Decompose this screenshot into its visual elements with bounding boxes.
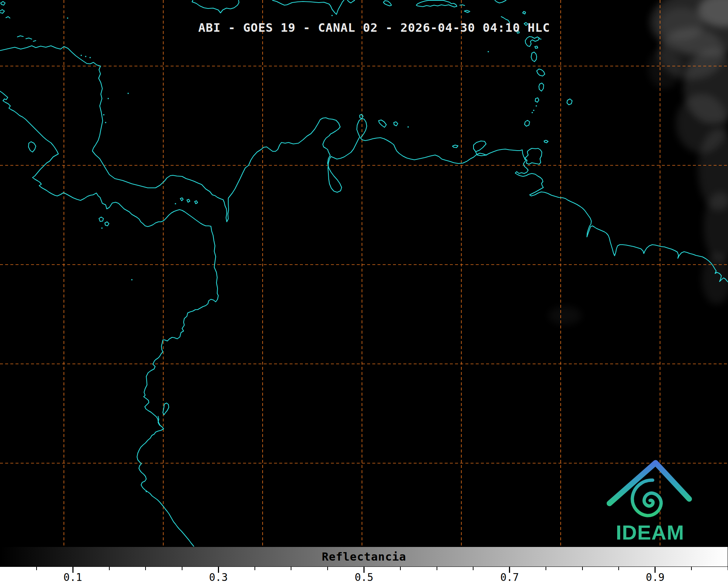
colorbar-tick-label: 0.3	[209, 571, 228, 582]
colorbar-minor-tick	[254, 567, 255, 570]
colorbar-minor-tick	[291, 567, 291, 570]
coastline-st-vincent	[535, 98, 539, 102]
coastline-pearl-islands-3	[195, 201, 198, 204]
coastline-top-left-islet-2	[0, 10, 4, 13]
coastline-st-croix	[464, 10, 470, 13]
colorbar-minor-tick	[582, 567, 583, 570]
colorbar-minor-tick	[473, 567, 474, 570]
coastline-bay-islands-3	[33, 41, 36, 41]
ideam-logo: IDEAM	[606, 459, 694, 544]
colorbar-minor-tick	[145, 567, 146, 570]
colorbar-tick-label: 0.9	[646, 571, 665, 582]
coastline-lake-nicaragua	[28, 142, 36, 152]
coastline-martinique	[537, 69, 545, 76]
coastline-hispaniola-south	[273, 0, 344, 14]
hurricane-spiral-icon	[632, 480, 661, 516]
colorbar: Reflectancia 0.10.30.50.70.9	[0, 547, 728, 582]
coastline-jamaica	[192, 0, 239, 13]
coastline-hispaniola-east-tip	[348, 0, 355, 3]
coastline-virgin-islands	[495, 0, 506, 3]
goes-satellite-viewer: ABI - GOES 19 - CANAL 02 - 2026-04-30 04…	[0, 0, 728, 582]
coastline-barbuda	[523, 11, 526, 14]
colorbar-minor-tick	[691, 567, 692, 570]
coastline-trinidad-ne-islet	[544, 140, 548, 143]
mountain-icon	[609, 463, 689, 503]
coastline-puerto-rico	[416, 0, 457, 7]
cloud-layer	[548, 0, 728, 325]
colorbar-minor-tick	[327, 567, 328, 570]
coastline-margarita	[474, 141, 486, 152]
colorbar-minor-tick	[618, 567, 619, 570]
coastline-pearl-islands-1	[180, 198, 183, 201]
coastline-grenada	[524, 120, 530, 126]
coastline-guayaquil-island	[163, 403, 169, 415]
coastline-bay-islands-2	[26, 38, 32, 39]
coastline-trinidad	[524, 148, 542, 164]
colorbar-tick-label: 0.7	[500, 571, 519, 582]
colorbar-minor-tick	[400, 567, 401, 570]
colorbar-minor-tick	[36, 567, 37, 570]
coastline-st-lucia	[539, 83, 544, 91]
coastline-guadeloupe	[525, 37, 539, 47]
coastline-top-left-islet-3	[6, 17, 10, 18]
colorbar-axis: 0.10.30.50.70.9	[0, 567, 728, 582]
colorbar-minor-tick	[182, 567, 182, 570]
coastline-mona-islet	[383, 1, 392, 6]
satellite-map: ABI - GOES 19 - CANAL 02 - 2026-04-30 04…	[0, 0, 728, 547]
coastline-top-left-islet-1	[1, 1, 5, 5]
coastline-la-tortuga	[452, 145, 458, 148]
colorbar-minor-tick	[546, 567, 546, 570]
colorbar-label: Reflectancia	[322, 550, 406, 563]
coastline-bay-islands-1	[17, 36, 23, 37]
coastline-desirade	[539, 39, 541, 39]
coastline-coiba-2	[105, 222, 109, 226]
coastline-pearl-islands-2	[187, 199, 190, 202]
coastline-marie-galante	[535, 46, 538, 48]
coastline-caribbean-mainland	[0, 46, 728, 282]
colorbar-tick-label: 0.5	[355, 571, 373, 582]
coastline-bonaire	[394, 122, 398, 126]
coastline-vieques	[460, 5, 465, 6]
logo-text: IDEAM	[616, 521, 684, 544]
coastline-curacao	[379, 120, 386, 127]
image-title: ABI - GOES 19 - CANAL 02 - 2026-04-30 04…	[198, 21, 550, 35]
colorbar-minor-tick	[109, 567, 110, 570]
colorbar-tick-label: 0.1	[64, 571, 82, 582]
colorbar-minor-tick	[437, 567, 437, 570]
coastline-dominica	[531, 52, 537, 62]
coastline-barbados	[567, 99, 572, 105]
coastline-guayaquil-inner-bay	[158, 416, 162, 427]
coastline-pacific-mainland	[0, 91, 218, 547]
coastline-coiba-1	[99, 217, 103, 221]
colorbar-gradient: Reflectancia	[0, 547, 728, 567]
